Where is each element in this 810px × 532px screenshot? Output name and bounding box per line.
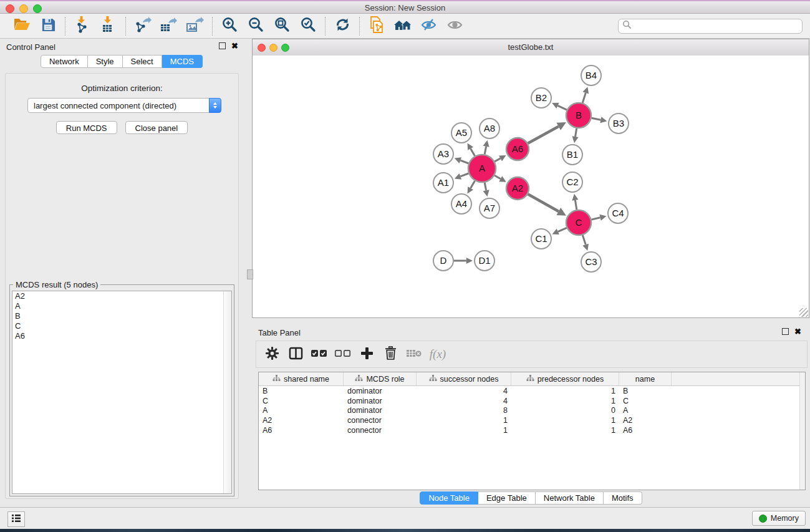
clipboard-network-button[interactable] bbox=[366, 17, 387, 36]
zoom-fit-button[interactable] bbox=[271, 17, 292, 36]
column-header-name[interactable]: name bbox=[619, 372, 672, 385]
table-row[interactable]: A2connector11A2 bbox=[259, 415, 805, 425]
home-button[interactable] bbox=[392, 17, 413, 36]
table-row[interactable]: Cdominator41C bbox=[259, 396, 805, 406]
edge-B-B1[interactable] bbox=[576, 128, 577, 137]
show-all-button[interactable] bbox=[445, 17, 466, 36]
optimization-dropdown[interactable]: largest connected component (directed) bbox=[27, 98, 221, 113]
table-cell[interactable]: connector bbox=[344, 416, 417, 425]
network-canvas[interactable]: B4B2BB3A5A8A6A3AB1A1C2A2A4A7C4CC1C3DD1 bbox=[253, 56, 809, 317]
node-A6[interactable]: A6 bbox=[506, 138, 529, 160]
table-cell[interactable]: 8 bbox=[417, 406, 511, 415]
float-table-panel-icon[interactable] bbox=[782, 328, 789, 335]
table-cell[interactable]: connector bbox=[344, 426, 417, 435]
close-panel-button[interactable]: Close panel bbox=[125, 121, 188, 134]
edge-C-C1[interactable] bbox=[558, 228, 567, 231]
node-A8[interactable]: A8 bbox=[480, 118, 499, 138]
refresh-button[interactable] bbox=[332, 17, 353, 36]
table-cell[interactable]: C bbox=[259, 397, 344, 405]
table-cell[interactable]: A bbox=[619, 406, 672, 415]
column-header-predecessor-nodes[interactable]: predecessor nodes bbox=[511, 372, 619, 385]
resize-grip[interactable] bbox=[799, 308, 808, 317]
table-cell[interactable]: dominator bbox=[344, 397, 417, 405]
tab-node-table[interactable]: Node Table bbox=[420, 491, 478, 505]
node-D1[interactable]: D1 bbox=[475, 251, 494, 271]
table-cell[interactable]: B bbox=[619, 387, 672, 395]
edge-A-A5[interactable] bbox=[471, 148, 475, 156]
result-list-item[interactable]: A bbox=[12, 301, 231, 311]
edge-C-C2[interactable] bbox=[575, 200, 576, 210]
edge-C-C4[interactable] bbox=[591, 218, 600, 220]
settings-button[interactable] bbox=[260, 344, 284, 365]
edge-A-A6[interactable] bbox=[494, 158, 500, 162]
edge-A-A8[interactable] bbox=[485, 147, 486, 155]
result-list-item[interactable]: A2 bbox=[12, 291, 231, 301]
open-session-button[interactable] bbox=[11, 17, 32, 36]
table-cell[interactable]: C bbox=[619, 397, 672, 405]
table-cell[interactable]: B bbox=[259, 387, 344, 395]
delete-button[interactable] bbox=[378, 344, 402, 365]
tab-network[interactable]: Network bbox=[41, 55, 88, 68]
node-A3[interactable]: A3 bbox=[433, 144, 453, 164]
tab-select[interactable]: Select bbox=[123, 55, 162, 68]
table-cell[interactable]: 1 bbox=[511, 416, 619, 425]
search-box[interactable] bbox=[618, 19, 803, 34]
table-cell[interactable]: A2 bbox=[259, 416, 344, 425]
node-B3[interactable]: B3 bbox=[609, 114, 629, 133]
dropdown-stepper-icon[interactable] bbox=[209, 98, 221, 113]
export-network-button[interactable] bbox=[132, 17, 153, 36]
tab-network-table[interactable]: Network Table bbox=[536, 491, 604, 505]
node-B4[interactable]: B4 bbox=[581, 65, 601, 85]
table-cell[interactable]: A2 bbox=[619, 416, 672, 425]
node-C3[interactable]: C3 bbox=[581, 252, 601, 272]
edge-A-A2[interactable] bbox=[494, 175, 501, 178]
result-list-item[interactable]: B bbox=[12, 311, 231, 321]
run-mcds-button[interactable]: Run MCDS bbox=[56, 121, 117, 134]
column-header-MCDS-role[interactable]: MCDS role bbox=[344, 372, 417, 385]
splitter-thumb[interactable] bbox=[247, 269, 253, 279]
node-C[interactable]: C bbox=[566, 210, 591, 235]
table-cell[interactable]: A6 bbox=[619, 426, 672, 435]
result-list-item[interactable]: C bbox=[12, 321, 231, 331]
table-cell[interactable]: A6 bbox=[259, 426, 344, 435]
edge-A6-B[interactable] bbox=[528, 127, 559, 143]
table-cell[interactable]: dominator bbox=[344, 387, 417, 395]
export-image-button[interactable] bbox=[185, 17, 206, 36]
table-row[interactable]: Adominator80A bbox=[259, 406, 805, 416]
node-A5[interactable]: A5 bbox=[451, 123, 471, 143]
tab-mcds[interactable]: MCDS bbox=[162, 55, 203, 68]
edge-C-C3[interactable] bbox=[582, 235, 586, 244]
node-C2[interactable]: C2 bbox=[562, 172, 582, 192]
node-A4[interactable]: A4 bbox=[451, 194, 471, 214]
save-session-button[interactable] bbox=[37, 17, 59, 36]
table-cell[interactable]: 1 bbox=[511, 387, 619, 395]
table-cell[interactable]: 4 bbox=[417, 397, 511, 405]
deselect-all-button[interactable] bbox=[331, 344, 355, 365]
export-table-button[interactable] bbox=[158, 17, 180, 36]
node-D[interactable]: D bbox=[433, 251, 453, 271]
table-cell[interactable]: 0 bbox=[511, 406, 619, 415]
result-list-scrollbar[interactable] bbox=[223, 291, 231, 493]
columns-button[interactable] bbox=[284, 344, 307, 365]
node-B1[interactable]: B1 bbox=[562, 145, 582, 165]
tab-style[interactable]: Style bbox=[88, 55, 123, 68]
node-A2[interactable]: A2 bbox=[506, 177, 529, 200]
node-table[interactable]: shared nameMCDS rolesuccessor nodesprede… bbox=[258, 372, 806, 490]
table-cell[interactable]: 4 bbox=[417, 387, 511, 395]
float-panel-icon[interactable] bbox=[219, 42, 226, 49]
node-C1[interactable]: C1 bbox=[531, 229, 551, 249]
result-list-item[interactable]: A6 bbox=[12, 331, 231, 341]
edge-A-A7[interactable] bbox=[485, 183, 486, 191]
column-header-shared-name[interactable]: shared name bbox=[259, 372, 344, 385]
mcds-result-list[interactable]: A2ABCA6 bbox=[12, 291, 232, 494]
tab-motifs[interactable]: Motifs bbox=[604, 491, 642, 505]
node-B[interactable]: B bbox=[566, 103, 591, 128]
add-button[interactable] bbox=[355, 344, 378, 365]
zoom-in-button[interactable] bbox=[219, 17, 240, 36]
table-cell[interactable]: 1 bbox=[417, 416, 511, 425]
node-C4[interactable]: C4 bbox=[608, 203, 628, 223]
table-cell[interactable]: dominator bbox=[344, 406, 417, 415]
table-cell[interactable]: A bbox=[259, 406, 344, 415]
table-scrollbar[interactable] bbox=[799, 372, 805, 490]
import-network-button[interactable] bbox=[72, 17, 93, 36]
